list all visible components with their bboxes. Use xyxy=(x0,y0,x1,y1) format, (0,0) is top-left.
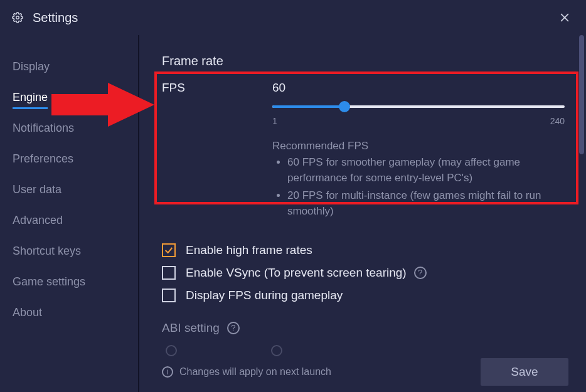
abi-setting-row: ABI setting ? xyxy=(162,321,573,335)
apply-notice: i Changes will apply on next launch xyxy=(162,366,331,378)
gear-icon xyxy=(11,11,24,24)
close-icon xyxy=(558,11,571,24)
footer: i Changes will apply on next launch Save xyxy=(139,352,586,392)
checkbox-label: Enable VSync (To prevent screen tearing) xyxy=(186,266,407,280)
sidebar-item-advanced[interactable]: Advanced xyxy=(0,205,138,236)
info-icon: i xyxy=(162,366,173,378)
sidebar-item-preferences[interactable]: Preferences xyxy=(0,144,138,174)
fps-label: FPS xyxy=(162,81,272,95)
help-icon[interactable]: ? xyxy=(227,322,240,334)
help-icon[interactable]: ? xyxy=(414,267,427,279)
sidebar-item-shortcut-keys[interactable]: Shortcut keys xyxy=(0,236,138,267)
settings-content: Frame rate FPS 60 1 240 Recommended FPS … xyxy=(139,35,586,392)
sidebar-item-about[interactable]: About xyxy=(0,297,138,328)
fps-row: FPS 60 1 240 Recommended FPS 60 FPS for … xyxy=(162,81,573,222)
notice-text: Changes will apply on next launch xyxy=(179,366,331,378)
title-bar: Settings xyxy=(0,0,586,35)
fps-value: 60 xyxy=(272,81,565,95)
checkbox-icon xyxy=(162,243,176,257)
fps-max: 240 xyxy=(550,116,565,126)
sidebar-item-user-data[interactable]: User data xyxy=(0,174,138,205)
close-button[interactable] xyxy=(555,8,575,28)
save-button[interactable]: Save xyxy=(481,358,568,386)
fps-recommend-title: Recommended FPS xyxy=(272,140,565,152)
section-frame-rate-title: Frame rate xyxy=(162,54,573,68)
sidebar-item-display[interactable]: Display xyxy=(0,51,138,82)
sidebar-item-engine[interactable]: Engine xyxy=(0,82,138,113)
svg-point-0 xyxy=(16,16,19,19)
fps-slider[interactable] xyxy=(272,101,565,112)
abi-label: ABI setting xyxy=(162,321,220,335)
fps-recommend-item: 60 FPS for smoother gameplay (may affect… xyxy=(287,155,565,186)
checkbox-label: Enable high frame rates xyxy=(186,243,312,257)
checkbox-display-fps[interactable]: Display FPS during gameplay xyxy=(162,289,573,302)
fps-recommend-item: 20 FPS for multi-instance (few games mig… xyxy=(287,188,565,219)
fps-recommendation: Recommended FPS 60 FPS for smoother game… xyxy=(272,140,565,220)
sidebar-item-notifications[interactable]: Notifications xyxy=(0,113,138,144)
fps-min: 1 xyxy=(272,116,277,126)
checkbox-icon xyxy=(162,266,176,280)
window-title: Settings xyxy=(33,11,78,25)
checkbox-label: Display FPS during gameplay xyxy=(186,289,343,302)
checkbox-icon xyxy=(162,289,176,302)
checkbox-high-frame-rates[interactable]: Enable high frame rates xyxy=(162,243,573,257)
fps-slider-thumb[interactable] xyxy=(339,101,350,112)
sidebar: Display Engine Notifications Preferences… xyxy=(0,35,139,392)
checkbox-vsync[interactable]: Enable VSync (To prevent screen tearing)… xyxy=(162,266,573,280)
scrollbar-thumb[interactable] xyxy=(579,35,584,154)
sidebar-item-game-settings[interactable]: Game settings xyxy=(0,267,138,297)
